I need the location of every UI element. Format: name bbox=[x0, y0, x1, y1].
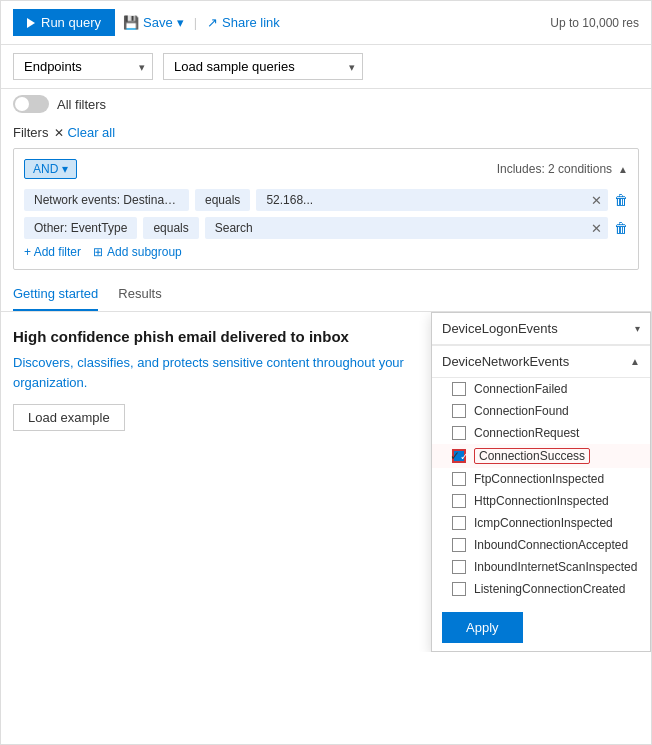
device-network-events-chevron-icon: ▲ bbox=[630, 356, 640, 367]
run-query-label: Run query bbox=[41, 15, 101, 30]
item-inbound-connection[interactable]: InboundConnectionAccepted bbox=[432, 534, 650, 556]
checkbox-connection-failed[interactable] bbox=[452, 382, 466, 396]
toolbar: Run query 💾 Save ▾ | ↗ Share link Up to … bbox=[1, 1, 651, 45]
load-sample-dropdown[interactable]: Load sample queries bbox=[163, 53, 363, 80]
content-title: High confidence phish email delivered to… bbox=[13, 328, 421, 345]
item-http-connection-label: HttpConnectionInspected bbox=[474, 494, 609, 508]
item-connection-success[interactable]: ✓ ConnectionSuccess bbox=[432, 444, 650, 468]
apply-label: Apply bbox=[466, 620, 499, 635]
device-logon-events-chevron-icon: ▾ bbox=[635, 323, 640, 334]
save-label: Save bbox=[143, 15, 173, 30]
play-icon bbox=[27, 18, 35, 28]
item-ftp-connection-label: FtpConnectionInspected bbox=[474, 472, 604, 486]
endpoints-dropdown-wrapper: Endpoints bbox=[13, 53, 153, 80]
dropdowns-row: Endpoints Load sample queries bbox=[1, 45, 651, 89]
filter-box: AND ▾ Includes: 2 conditions ▲ Network e… bbox=[13, 148, 639, 270]
checkbox-connection-request[interactable] bbox=[452, 426, 466, 440]
device-network-events-header[interactable]: DeviceNetworkEvents ▲ bbox=[432, 345, 650, 378]
clear-all-button[interactable]: ✕ Clear all bbox=[54, 125, 115, 140]
content-area: High confidence phish email delivered to… bbox=[1, 312, 651, 652]
dropdown-list: DeviceLogonEvents ▾ DeviceNetworkEvents … bbox=[432, 313, 650, 604]
checkbox-http-connection[interactable] bbox=[452, 494, 466, 508]
item-http-connection[interactable]: HttpConnectionInspected bbox=[432, 490, 650, 512]
tabs-section: Getting started Results bbox=[1, 278, 651, 312]
item-connection-found[interactable]: ConnectionFound bbox=[432, 400, 650, 422]
filter-field-1: Network events: DestinationIPA... bbox=[24, 189, 189, 211]
device-logon-events-header[interactable]: DeviceLogonEvents ▾ bbox=[432, 313, 650, 345]
checkbox-connection-success[interactable]: ✓ bbox=[452, 449, 466, 463]
toggle-row: All filters bbox=[1, 89, 651, 119]
includes-text: Includes: 2 conditions ▲ bbox=[497, 162, 628, 176]
tab-results[interactable]: Results bbox=[118, 278, 161, 311]
item-inbound-internet[interactable]: InboundInternetScanInspected bbox=[432, 556, 650, 578]
add-filter-button[interactable]: + Add filter bbox=[24, 245, 81, 259]
clear-all-label: Clear all bbox=[67, 125, 115, 140]
and-badge[interactable]: AND ▾ bbox=[24, 159, 77, 179]
filter-value-wrapper-2: ✕ bbox=[205, 217, 608, 239]
item-icmp-connection[interactable]: IcmpConnectionInspected bbox=[432, 512, 650, 534]
tab-getting-started[interactable]: Getting started bbox=[13, 278, 98, 311]
toggle-thumb bbox=[15, 97, 29, 111]
filters-label: Filters bbox=[13, 125, 48, 140]
add-filter-label: + Add filter bbox=[24, 245, 81, 259]
content-desc: Discovers, classifies, and protects sens… bbox=[13, 353, 421, 392]
x-icon: ✕ bbox=[54, 126, 64, 140]
filter-value-input-2[interactable] bbox=[205, 217, 608, 239]
includes-label: Includes: 2 conditions bbox=[497, 162, 612, 176]
tab-results-label: Results bbox=[118, 286, 161, 301]
filter-op-1: equals bbox=[195, 189, 250, 211]
filters-header: Filters ✕ Clear all bbox=[13, 125, 639, 140]
item-connection-failed[interactable]: ConnectionFailed bbox=[432, 378, 650, 400]
filter-actions: + Add filter ⊞ Add subgroup bbox=[24, 245, 628, 259]
item-connection-success-label: ConnectionSuccess bbox=[474, 448, 590, 464]
item-ftp-connection[interactable]: FtpConnectionInspected bbox=[432, 468, 650, 490]
load-example-label: Load example bbox=[28, 410, 110, 425]
checkbox-inbound-connection[interactable] bbox=[452, 538, 466, 552]
item-connection-request[interactable]: ConnectionRequest bbox=[432, 422, 650, 444]
filter-delete-1[interactable]: 🗑 bbox=[614, 192, 628, 208]
tab-getting-started-label: Getting started bbox=[13, 286, 98, 301]
add-subgroup-button[interactable]: ⊞ Add subgroup bbox=[93, 245, 182, 259]
item-network-signature[interactable]: NetworkSignatureInspected bbox=[432, 600, 650, 604]
item-inbound-connection-label: InboundConnectionAccepted bbox=[474, 538, 628, 552]
subgroup-icon: ⊞ bbox=[93, 245, 103, 259]
and-chevron-icon: ▾ bbox=[62, 162, 68, 176]
apply-button[interactable]: Apply bbox=[442, 612, 523, 643]
checkbox-ftp-connection[interactable] bbox=[452, 472, 466, 486]
item-connection-failed-label: ConnectionFailed bbox=[474, 382, 567, 396]
share-icon: ↗ bbox=[207, 15, 218, 30]
and-label: AND bbox=[33, 162, 58, 176]
filter-value-clear-2[interactable]: ✕ bbox=[591, 222, 602, 235]
checkbox-inbound-internet[interactable] bbox=[452, 560, 466, 574]
device-logon-events-label: DeviceLogonEvents bbox=[442, 321, 558, 336]
share-link-label: Share link bbox=[222, 15, 280, 30]
save-button[interactable]: 💾 Save ▾ bbox=[123, 15, 184, 30]
checkbox-listening-connection[interactable] bbox=[452, 582, 466, 596]
filters-section: Filters ✕ Clear all AND ▾ Includes: 2 co… bbox=[1, 119, 651, 270]
item-connection-request-label: ConnectionRequest bbox=[474, 426, 579, 440]
filter-delete-2[interactable]: 🗑 bbox=[614, 220, 628, 236]
all-filters-label: All filters bbox=[57, 97, 106, 112]
divider: | bbox=[194, 15, 197, 30]
filter-value-input-1[interactable] bbox=[256, 189, 608, 211]
checkbox-icmp-connection[interactable] bbox=[452, 516, 466, 530]
all-filters-toggle[interactable] bbox=[13, 95, 49, 113]
filter-row-1: Network events: DestinationIPA... equals… bbox=[24, 189, 628, 211]
run-query-button[interactable]: Run query bbox=[13, 9, 115, 36]
filter-box-header: AND ▾ Includes: 2 conditions ▲ bbox=[24, 159, 628, 179]
load-example-button[interactable]: Load example bbox=[13, 404, 125, 431]
device-network-events-label: DeviceNetworkEvents bbox=[442, 354, 569, 369]
item-inbound-internet-label: InboundInternetScanInspected bbox=[474, 560, 637, 574]
item-listening-connection[interactable]: ListeningConnectionCreated bbox=[432, 578, 650, 600]
filter-value-clear-1[interactable]: ✕ bbox=[591, 194, 602, 207]
share-link-button[interactable]: ↗ Share link bbox=[207, 15, 280, 30]
dropdown-overlay: DeviceLogonEvents ▾ DeviceNetworkEvents … bbox=[431, 312, 651, 652]
results-info: Up to 10,000 res bbox=[550, 16, 639, 30]
load-sample-dropdown-wrapper: Load sample queries bbox=[163, 53, 363, 80]
endpoints-dropdown[interactable]: Endpoints bbox=[13, 53, 153, 80]
collapse-icon: ▲ bbox=[618, 164, 628, 175]
item-icmp-connection-label: IcmpConnectionInspected bbox=[474, 516, 613, 530]
item-listening-connection-label: ListeningConnectionCreated bbox=[474, 582, 625, 596]
checkbox-connection-found[interactable] bbox=[452, 404, 466, 418]
add-subgroup-label: Add subgroup bbox=[107, 245, 182, 259]
